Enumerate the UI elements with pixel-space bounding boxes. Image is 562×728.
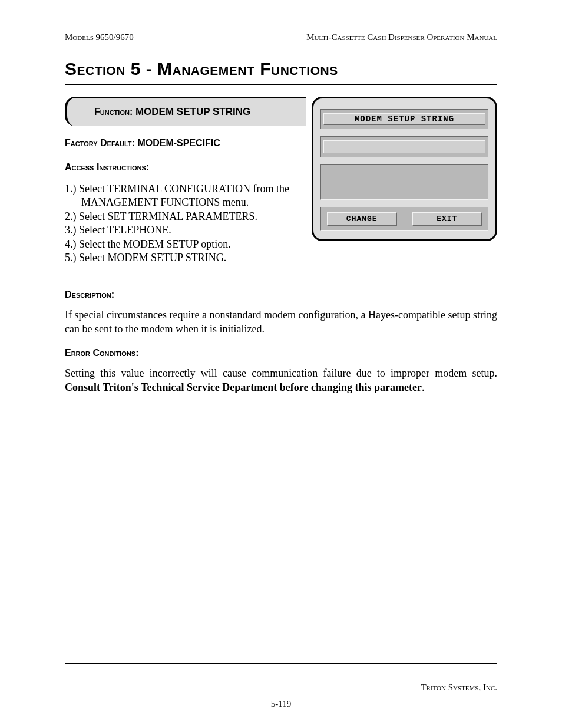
list-item: 1.) Select TERMINAL CONFIGURATION from t… <box>65 182 306 210</box>
factory-default-value: MODEM-SPECIFIC <box>137 138 220 148</box>
atm-title-panel: MODEM SETUP STRING <box>320 109 488 129</box>
error-conditions-label: Error Conditions: <box>65 348 497 358</box>
atm-title: MODEM SETUP STRING <box>323 113 485 125</box>
list-item: 3.) Select TELEPHONE. <box>65 223 306 237</box>
list-item: 4.) Select the MODEM SETUP option. <box>65 238 306 251</box>
header-right: Multi-Cassette Cash Dispenser Operation … <box>306 32 497 42</box>
document-page: Models 9650/9670 Multi-Cassette Cash Dis… <box>0 0 562 728</box>
atm-input-panel: _____________________________ <box>320 136 488 157</box>
atm-button-row: CHANGE EXIT <box>320 207 488 231</box>
left-column: Function: MODEM SETUP STRING Factory Def… <box>65 97 306 276</box>
atm-screen: MODEM SETUP STRING _____________________… <box>312 97 497 241</box>
error-text-plain: Setting this value incorrectly will caus… <box>65 367 497 379</box>
change-button[interactable]: CHANGE <box>327 212 397 226</box>
function-label: Function: <box>94 107 133 117</box>
description-label: Description: <box>65 289 497 300</box>
title-rule <box>65 84 497 85</box>
footer-rule <box>65 663 497 664</box>
function-tab: Function: MODEM SETUP STRING <box>65 97 306 126</box>
error-conditions-text: Setting this value incorrectly will caus… <box>65 367 497 394</box>
error-text-bold: Consult Triton's Technical Service Depar… <box>65 381 422 393</box>
access-steps-list: 1.) Select TERMINAL CONFIGURATION from t… <box>65 182 306 265</box>
header-left: Models 9650/9670 <box>65 32 134 42</box>
atm-input-field[interactable]: _____________________________ <box>323 140 485 153</box>
factory-default-label: Factory Default: <box>65 138 135 148</box>
error-text-tail: . <box>422 381 425 393</box>
footer-page-number: 5-119 <box>0 699 562 709</box>
running-header: Models 9650/9670 Multi-Cassette Cash Dis… <box>65 32 497 42</box>
description-text: If special circumstances require a nonst… <box>65 308 497 336</box>
content-area: Function: MODEM SETUP STRING Factory Def… <box>65 97 497 276</box>
atm-blank-area <box>320 164 488 200</box>
access-instructions-label: Access Instructions: <box>65 162 306 173</box>
exit-button[interactable]: EXIT <box>412 212 482 226</box>
section-title: Section 5 - Management Functions <box>65 59 497 79</box>
factory-default: Factory Default: MODEM-SPECIFIC <box>65 137 306 149</box>
function-name: MODEM SETUP STRING <box>135 106 250 117</box>
footer-company: Triton Systems, Inc. <box>421 683 497 693</box>
list-item: 5.) Select MODEM SETUP STRING. <box>65 251 306 265</box>
list-item: 2.) Select SET TERMINAL PARAMETERS. <box>65 210 306 223</box>
